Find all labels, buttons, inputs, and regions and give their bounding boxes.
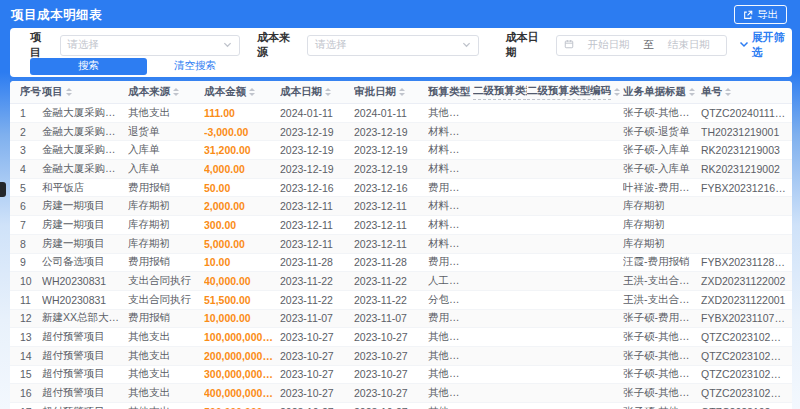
cell-project: 金融大厦采购项目 xyxy=(42,106,128,120)
cell-cost-amount: 51,500.00 xyxy=(204,294,280,306)
cell-budget-type: 其他预算 xyxy=(428,405,473,409)
sort-carets-icon[interactable] xyxy=(249,88,255,96)
cell-doc-no: FYBX20231216001 xyxy=(701,182,792,194)
cell-approval-date: 2023-12-19 xyxy=(354,144,428,156)
table-row[interactable]: 16 超付预警项目 其他支出 400,000,000.00 2023-10-27… xyxy=(10,384,792,403)
table-row[interactable]: 9 公司备选项目 费用报销 10.00 2023-11-28 2023-11-2… xyxy=(10,254,792,273)
cell-cost-date: 2023-11-22 xyxy=(280,294,354,306)
cell-index: 13 xyxy=(20,331,42,343)
cell-budget-type: 其他预算 xyxy=(428,330,473,344)
cell-index: 11 xyxy=(20,294,42,306)
cell-doc-title: 王洪-支出合同执行 xyxy=(623,274,701,288)
cell-index: 15 xyxy=(20,368,42,380)
sort-carets-icon[interactable] xyxy=(66,88,72,96)
cell-budget-type: 其他预算 xyxy=(428,367,473,381)
table-row[interactable]: 3 金融大厦采购项目 入库单 31,200.00 2023-12-19 2023… xyxy=(10,141,792,160)
cell-project: 房建一期项目 xyxy=(42,199,128,213)
cell-cost-amount: 300,000,000.00 xyxy=(204,368,280,380)
cell-index: 7 xyxy=(20,219,42,231)
sort-carets-icon[interactable] xyxy=(689,88,695,96)
cell-doc-no: QTZC20231027002 xyxy=(701,387,792,399)
cell-cost-amount: 5,000.00 xyxy=(204,238,280,250)
cell-budget-type: 费用预算 xyxy=(428,311,473,325)
cell-approval-date: 2023-11-28 xyxy=(354,256,428,268)
cell-doc-title: 叶祥波-费用报销 xyxy=(623,181,701,195)
table-row[interactable]: 13 超付预警项目 其他支出 100,000,000.00 2023-10-27… xyxy=(10,328,792,347)
sort-carets-icon[interactable] xyxy=(325,88,331,96)
cell-cost-source: 支出合同执行 xyxy=(128,274,204,288)
cell-cost-source: 其他支出 xyxy=(128,106,204,120)
col-header-doc-no[interactable]: 单号 xyxy=(701,85,792,99)
cell-project: 公司备选项目 xyxy=(42,255,128,269)
export-button[interactable]: 导出 xyxy=(734,5,787,24)
clear-search-button[interactable]: 清空搜索 xyxy=(174,59,216,73)
cell-cost-date: 2023-12-11 xyxy=(280,238,354,250)
cost-source-select[interactable]: 请选择 xyxy=(307,35,479,56)
cell-budget-type: 材料预算 xyxy=(428,199,473,213)
col-header-project[interactable]: 项目 xyxy=(42,85,128,99)
project-select-placeholder: 请选择 xyxy=(68,38,100,52)
filter-row: 项目 请选择 成本来源 请选择 成本日期 开始日期 至 结束日期 xyxy=(10,34,792,56)
cell-cost-source: 费用报销 xyxy=(128,181,204,195)
cell-doc-no: ZXD20231122002 xyxy=(701,275,792,287)
col-header-sub-budget-code[interactable]: 二级预算类型编码 xyxy=(527,84,623,100)
cell-index: 4 xyxy=(20,163,42,175)
cell-cost-source: 入库单 xyxy=(128,162,204,176)
cell-cost-source: 其他支出 xyxy=(128,386,204,400)
sort-carets-icon[interactable] xyxy=(399,88,405,96)
table-row[interactable]: 7 房建一期项目 库存期初 300.00 2023-12-11 2023-12-… xyxy=(10,216,792,235)
cell-cost-date: 2023-12-11 xyxy=(280,219,354,231)
col-header-sub-budget-type[interactable]: 二级预算类型 xyxy=(473,84,527,100)
cell-doc-title: 张子硕-费用报销 xyxy=(623,311,701,325)
cell-cost-source: 入库单 xyxy=(128,143,204,157)
table-row[interactable]: 5 和平饭店 费用报销 50.00 2023-12-16 2023-12-16 … xyxy=(10,179,792,198)
table-row[interactable]: 15 超付预警项目 其他支出 300,000,000.00 2023-10-27… xyxy=(10,366,792,385)
export-icon xyxy=(743,10,753,20)
expand-filters-link[interactable]: 展开筛选 xyxy=(739,30,792,60)
col-header-cost-source[interactable]: 成本来源 xyxy=(128,85,204,99)
col-header-cost-amount[interactable]: 成本金额 xyxy=(204,85,280,99)
expand-filters-label: 展开筛选 xyxy=(752,30,792,60)
cell-budget-type: 材料预算 xyxy=(428,218,473,232)
project-select[interactable]: 请选择 xyxy=(60,35,241,56)
table-row[interactable]: 1 金融大厦采购项目 其他支出 111.00 2024-01-11 2024-0… xyxy=(10,104,792,123)
table-row[interactable]: 6 房建一期项目 库存期初 2,000.00 2023-12-11 2023-1… xyxy=(10,197,792,216)
table-row[interactable]: 10 WH20230831 支出合同执行 40,000.00 2023-11-2… xyxy=(10,272,792,291)
cost-date-range-input[interactable]: 开始日期 至 结束日期 xyxy=(556,35,727,56)
cell-doc-title: 张子硕-入库单 xyxy=(623,162,701,176)
cell-cost-date: 2023-10-27 xyxy=(280,368,354,380)
col-header-approval-date[interactable]: 审批日期 xyxy=(354,85,428,99)
table-row[interactable]: 12 新建XX总部大厦工程二期 费用报销 10,000.00 2023-11-0… xyxy=(10,310,792,329)
cell-doc-title: 张子硕-其他支出 xyxy=(623,330,701,344)
col-header-cost-date[interactable]: 成本日期 xyxy=(280,85,354,99)
left-drawer-handle[interactable] xyxy=(0,182,6,197)
table-row[interactable]: 17 超付预警项目 其他支出 500,000,000.00 2023-10-27… xyxy=(10,403,792,409)
cell-budget-type: 其他预算 xyxy=(428,349,473,363)
sort-carets-icon[interactable] xyxy=(614,88,620,96)
table-row[interactable]: 2 金融大厦采购项目 退货单 -3,000.00 2023-12-19 2023… xyxy=(10,123,792,142)
cell-approval-date: 2023-12-16 xyxy=(354,182,428,194)
cell-approval-date: 2024-01-11 xyxy=(354,107,428,119)
table-row[interactable]: 14 超付预警项目 其他支出 200,000,000.00 2023-10-27… xyxy=(10,347,792,366)
cell-cost-date: 2023-11-07 xyxy=(280,312,354,324)
cell-doc-no: QTZC20231027002 xyxy=(701,368,792,380)
cell-cost-source: 库存期初 xyxy=(128,199,204,213)
cell-cost-amount: -3,000.00 xyxy=(204,126,280,138)
cell-doc-no: RK20231219003 xyxy=(701,144,792,156)
table-row[interactable]: 4 金融大厦采购项目 入库单 4,000.00 2023-12-19 2023-… xyxy=(10,160,792,179)
cell-cost-source: 其他支出 xyxy=(128,405,204,409)
col-header-budget-type[interactable]: 预算类型 xyxy=(428,85,473,99)
cell-cost-date: 2023-12-11 xyxy=(280,200,354,212)
sort-carets-icon[interactable] xyxy=(173,88,179,96)
cell-project: WH20230831 xyxy=(42,275,128,287)
table-row[interactable]: 8 房建一期项目 库存期初 5,000.00 2023-12-11 2023-1… xyxy=(10,235,792,254)
chevron-down-icon xyxy=(739,39,749,51)
cell-approval-date: 2023-12-11 xyxy=(354,238,428,250)
cell-index: 3 xyxy=(20,144,42,156)
table-row[interactable]: 11 WH20230831 支出合同执行 51,500.00 2023-11-2… xyxy=(10,291,792,310)
cell-index: 9 xyxy=(20,256,42,268)
sort-carets-icon[interactable] xyxy=(725,88,731,96)
cell-budget-type: 其他预算 xyxy=(428,106,473,120)
col-header-doc-title[interactable]: 业务单据标题 xyxy=(623,85,701,99)
search-button[interactable]: 搜索 xyxy=(30,58,147,75)
